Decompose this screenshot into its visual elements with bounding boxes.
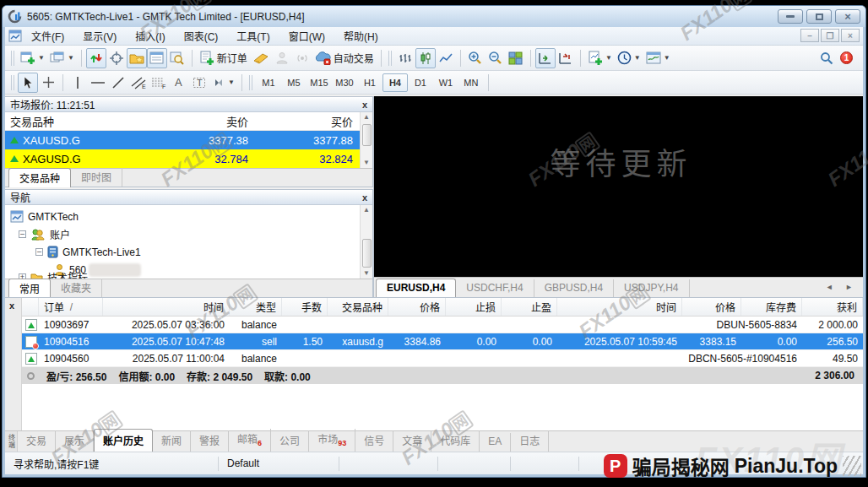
toolbar-grip[interactable]	[249, 75, 253, 90]
menu-insert[interactable]: 插入(I)	[126, 27, 174, 45]
text-tool-button[interactable]: A	[169, 73, 189, 93]
terminal-vertical-grip[interactable]: 终端	[5, 431, 18, 452]
tab-common[interactable]: 常用	[8, 279, 51, 298]
symbol-row-xagusd[interactable]: XAGUSD.G 32.784 32.824	[5, 149, 360, 168]
terminal-close-icon[interactable]: x	[9, 300, 14, 311]
market-watch-scrollbar[interactable]: ▲▼	[360, 112, 372, 168]
tab-company[interactable]: 公司	[271, 430, 309, 452]
tree-item-server[interactable]: – GMTKTech-Live1	[10, 243, 360, 261]
tab-articles[interactable]: 文章	[393, 430, 431, 452]
timeframe-m15[interactable]: M15	[307, 73, 332, 92]
menu-file[interactable]: 文件(F)	[22, 27, 73, 45]
profiles-button[interactable]: ▼	[47, 48, 77, 68]
notifications-button[interactable]: 1	[840, 51, 853, 64]
terminal-toggle[interactable]	[147, 48, 167, 68]
new-chart-button[interactable]: ▼	[18, 48, 47, 68]
tree-item-accounts[interactable]: – 账户	[10, 225, 360, 243]
tab-code-base[interactable]: 代码库	[431, 430, 480, 452]
fibonacci-button[interactable]: F	[149, 73, 169, 93]
bar-chart-button[interactable]	[395, 48, 415, 68]
navigator-scrollbar[interactable]: ▲▼	[360, 205, 372, 279]
strategy-tester-button[interactable]	[167, 48, 187, 68]
tab-trade[interactable]: 交易	[18, 430, 56, 452]
column-bid[interactable]: 卖价	[155, 113, 255, 129]
navigator-close-icon[interactable]: x	[362, 192, 367, 203]
zoom-out-button[interactable]	[486, 48, 506, 68]
tab-journal[interactable]: 日志	[511, 430, 549, 452]
market-watch-title-bar[interactable]: 市场报价: 11:21:51 x	[5, 97, 372, 112]
navigator-toggle[interactable]	[127, 48, 147, 68]
tab-signals[interactable]: 信号	[355, 430, 393, 452]
community-button[interactable]	[272, 48, 292, 68]
menu-tools[interactable]: 工具(T)	[227, 27, 279, 45]
tab-symbols[interactable]: 交易品种	[8, 168, 71, 187]
zoom-in-button[interactable]	[465, 48, 486, 68]
indicators-button[interactable]: ▼	[585, 48, 615, 68]
equidistant-channel-button[interactable]: E	[128, 73, 149, 93]
maximize-button[interactable]	[806, 9, 832, 24]
periods-button[interactable]: ▼	[615, 48, 643, 68]
metaeditor-button[interactable]	[250, 48, 272, 68]
horizontal-line-button[interactable]	[88, 73, 108, 93]
autotrading-button[interactable]: 自动交易	[312, 48, 377, 68]
tab-experts[interactable]: EA	[480, 433, 511, 452]
toolbar-grip[interactable]	[388, 51, 393, 66]
collapse-icon[interactable]: –	[35, 248, 43, 256]
text-label-button[interactable]: T	[189, 73, 209, 93]
close-button[interactable]: ×	[835, 9, 860, 24]
signals-button[interactable]	[292, 48, 312, 68]
mdi-minimize-button[interactable]: –	[800, 29, 819, 42]
chart-tab-gbpusd[interactable]: GBPUSD,H4	[534, 279, 614, 297]
history-row[interactable]: 10904560 2025.05.07 11:00:04 balance DBC…	[22, 350, 863, 367]
tab-news[interactable]: 新闻	[153, 430, 191, 452]
market-watch-toggle[interactable]	[86, 48, 106, 68]
navigator-title-bar[interactable]: 导航 x	[5, 190, 372, 205]
column-ask[interactable]: 买价	[255, 113, 360, 129]
timeframe-m30[interactable]: M30	[332, 73, 357, 92]
timeframe-mn[interactable]: MN	[458, 73, 484, 92]
market-watch-header[interactable]: 交易品种 卖价 买价	[5, 112, 360, 131]
tab-mailbox[interactable]: 邮箱6	[229, 429, 271, 452]
tab-alerts[interactable]: 警报	[191, 430, 229, 452]
menu-window[interactable]: 窗口(W)	[279, 27, 334, 45]
timeframe-h4[interactable]: H4	[382, 73, 408, 92]
chart-shift-button[interactable]	[556, 48, 576, 68]
history-row[interactable]: 10903697 2025.05.07 03:36:00 balance DBU…	[22, 317, 863, 333]
tab-tick-chart[interactable]: 即时图	[71, 168, 122, 187]
menu-help[interactable]: 帮助(H)	[334, 27, 388, 45]
timeframe-m5[interactable]: M5	[281, 73, 307, 92]
tab-favorites[interactable]: 收藏夹	[51, 279, 102, 297]
search-icon[interactable]	[820, 51, 833, 65]
market-watch-close-icon[interactable]: x	[362, 100, 367, 110]
timeframe-d1[interactable]: D1	[408, 73, 433, 92]
tile-windows-button[interactable]	[506, 48, 526, 68]
toolbar-grip[interactable]	[11, 51, 15, 66]
chart-area[interactable]: 等待更新	[374, 96, 863, 277]
symbol-row-xauusd[interactable]: XAUUSD.G 3377.38 3377.88	[5, 131, 360, 149]
new-order-button[interactable]: 新订单	[197, 48, 250, 68]
mdi-close-button[interactable]: ×	[841, 29, 860, 42]
menu-charts[interactable]: 图表(C)	[175, 27, 228, 45]
chart-tab-scroll-arrows[interactable]: ◄ ►	[826, 283, 858, 291]
tab-exposure[interactable]: 展示	[56, 430, 94, 452]
cursor-tool-button[interactable]	[18, 73, 38, 93]
tab-market[interactable]: 市场93	[309, 429, 355, 452]
chart-tab-usdjpy[interactable]: USDJPY,H4	[614, 279, 689, 297]
tab-account-history[interactable]: 账户历史	[94, 429, 153, 452]
column-symbol[interactable]: 交易品种	[5, 113, 155, 129]
history-row-selected[interactable]: 10904516 2025.05.07 10:47:48 sell 1.50 x…	[22, 333, 863, 350]
status-profile[interactable]: Default	[219, 457, 339, 471]
templates-button[interactable]: ▼	[643, 48, 673, 68]
minimize-button[interactable]	[778, 9, 803, 24]
line-chart-button[interactable]	[436, 48, 456, 68]
data-window-button[interactable]	[106, 48, 127, 68]
timeframe-h1[interactable]: H1	[357, 73, 382, 92]
tree-item-indicators-clipped[interactable]: + 技术指标	[10, 268, 88, 279]
trendline-button[interactable]	[108, 73, 128, 93]
vertical-line-button[interactable]	[68, 73, 88, 93]
collapse-icon[interactable]: –	[19, 230, 26, 238]
toolbar-grip[interactable]	[11, 75, 15, 90]
candlestick-chart-button[interactable]	[415, 48, 436, 68]
arrows-tool-button[interactable]: ▼	[209, 73, 237, 93]
autoscroll-button[interactable]	[535, 48, 556, 68]
